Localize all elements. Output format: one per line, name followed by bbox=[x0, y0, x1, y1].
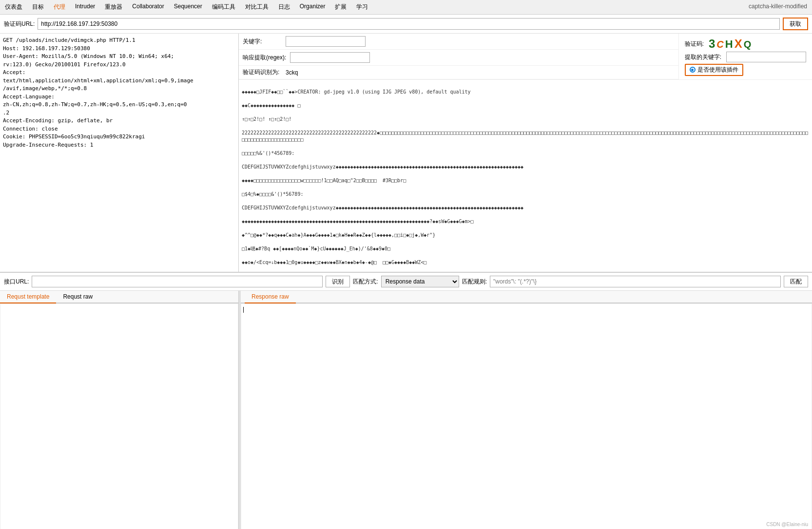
keyword-input[interactable] bbox=[286, 36, 366, 47]
regex-label: 响应提取(regex): bbox=[243, 54, 286, 62]
menu-organizer[interactable]: Organizer bbox=[295, 1, 330, 13]
menu-log[interactable]: 日志 bbox=[273, 1, 295, 13]
raw-content-area: ◆◆◆◆◆□JFIF◆◆□□``◆◆>CREATOR: gd-jpeg v1.0… bbox=[239, 80, 812, 272]
split-bottom: 接口URL: 识别 匹配方式: Response data Response h… bbox=[0, 272, 812, 529]
tabs-container: Requst template Requst raw Response raw bbox=[0, 291, 812, 529]
use-plugin-label: 是否使用该插件 bbox=[697, 66, 738, 74]
match-select[interactable]: Response data Response headers Request bbox=[381, 276, 459, 287]
menu-encoder[interactable]: 编码工具 bbox=[207, 1, 240, 13]
response-content[interactable] bbox=[241, 303, 812, 529]
menu-collaborator[interactable]: Collaborator bbox=[127, 1, 169, 13]
extract-input[interactable] bbox=[726, 52, 806, 62]
url-input[interactable] bbox=[38, 18, 780, 30]
request-text: GET /uploads/include/vdimgck.php HTTP/1.… bbox=[3, 37, 235, 149]
cursor bbox=[243, 307, 244, 313]
menu-proxy[interactable]: 代理 bbox=[49, 1, 70, 13]
identify-label: 验证码识别为: bbox=[243, 68, 282, 76]
menu-learn[interactable]: 学习 bbox=[351, 1, 373, 13]
left-tab-header: Requst template Requst raw bbox=[0, 291, 238, 303]
menu-compare[interactable]: 对比工具 bbox=[240, 1, 273, 13]
menu-extend[interactable]: 扩展 bbox=[330, 1, 351, 13]
identify-row: 验证码识别为: 3ckq bbox=[239, 66, 678, 79]
tab-request-template[interactable]: Requst template bbox=[0, 291, 56, 303]
split-top: GET /uploads/include/vdimgck.php HTTP/1.… bbox=[0, 34, 812, 272]
tab-request-raw[interactable]: Requst raw bbox=[56, 291, 99, 303]
menu-target[interactable]: 目标 bbox=[27, 1, 49, 13]
port-input[interactable] bbox=[32, 276, 323, 287]
menu-dashboard[interactable]: 仪表盘 bbox=[0, 1, 27, 13]
use-plugin-button[interactable]: 是否使用该插件 bbox=[685, 64, 743, 76]
identify-button[interactable]: 识别 bbox=[326, 276, 350, 287]
menu-sequencer[interactable]: Sequencer bbox=[169, 1, 207, 13]
tab-response-raw[interactable]: Response raw bbox=[245, 291, 296, 303]
identify-value: 3ckq bbox=[286, 69, 298, 76]
keyword-row: 关键字: bbox=[239, 34, 678, 50]
match-rule-input[interactable] bbox=[490, 276, 781, 287]
match-rule-label: 匹配规则: bbox=[462, 278, 487, 286]
menu-repeater[interactable]: 重放器 bbox=[100, 1, 127, 13]
raw-text: ◆◆◆◆◆□JFIF◆◆□□``◆◆>CREATOR: gd-jpeg v1.0… bbox=[242, 82, 809, 272]
match-button[interactable]: 匹配 bbox=[784, 276, 808, 287]
radio-button bbox=[690, 67, 696, 73]
keyword-label: 关键字: bbox=[243, 38, 282, 46]
port-bar: 接口URL: 识别 匹配方式: Response data Response h… bbox=[0, 272, 812, 291]
regex-row: 响应提取(regex): bbox=[239, 50, 678, 66]
port-label: 接口URL: bbox=[4, 278, 29, 286]
left-tabs: Requst template Requst raw bbox=[0, 291, 239, 529]
right-pane: 关键字: 响应提取(regex): 验证码识别为: 3ckq 验证 bbox=[239, 34, 812, 272]
menu-bar: 仪表盘 目标 代理 Intruder 重放器 Collaborator Sequ… bbox=[0, 0, 812, 15]
captcha-label: 验证码: bbox=[685, 40, 704, 48]
captcha-image: 3CHXQ bbox=[709, 37, 753, 51]
watermark: CSDN @Elaine-niu bbox=[766, 522, 808, 527]
menu-intruder[interactable]: Intruder bbox=[70, 1, 100, 13]
right-tabs: Response raw bbox=[241, 291, 812, 529]
extract-label: 提取的关键字: bbox=[685, 53, 721, 61]
match-method-label: 匹配方式: bbox=[353, 278, 378, 286]
get-button[interactable]: 获取 bbox=[783, 18, 808, 30]
left-tab-content bbox=[0, 303, 238, 529]
response-tab-header: Response raw bbox=[241, 291, 812, 303]
url-bar: 验证码URL: 获取 bbox=[0, 15, 812, 34]
menu-captcha[interactable]: captcha-killer-modified bbox=[744, 1, 812, 13]
request-pane: GET /uploads/include/vdimgck.php HTTP/1.… bbox=[0, 34, 239, 272]
url-label: 验证码URL: bbox=[4, 20, 35, 28]
main-content: 验证码URL: 获取 GET /uploads/include/vdimgck.… bbox=[0, 15, 812, 529]
regex-input[interactable] bbox=[290, 52, 370, 63]
